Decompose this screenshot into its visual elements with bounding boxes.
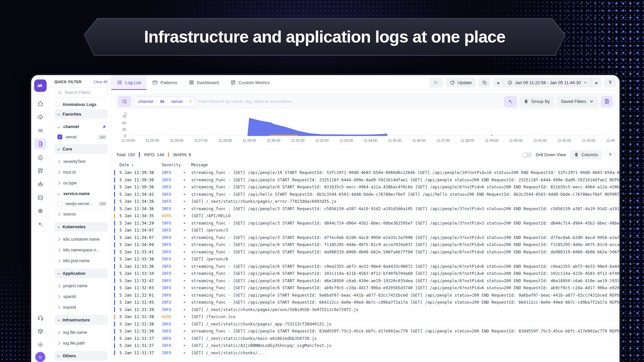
- filter-attribute-k8s-namespace-n-[interactable]: k8s.namespace.n...: [54, 245, 108, 255]
- expand-row-icon[interactable]: ▶: [184, 215, 191, 217]
- log-row[interactable]: 5 Jan 11:34:29INFO▶streaming_func - [GET…: [111, 220, 620, 227]
- filter-attribute-os-type[interactable]: os.type: [54, 178, 108, 188]
- filter-attribute-spanid[interactable]: spanId: [54, 291, 108, 302]
- time-range-next[interactable]: »: [591, 77, 601, 87]
- filter-chip-channel[interactable]: channel IN vercel ×: [134, 96, 195, 107]
- log-row[interactable]: 5 Jan 11:31:39INFO▶[GET] /_next/static/c…: [111, 306, 620, 314]
- log-row[interactable]: 5 Jan 11:33:41INFO▶streaming_func - [GET…: [111, 249, 620, 256]
- time-range-picker[interactable]: Jan 05 11:22:58 - Jan 05 11:44:30: [503, 77, 591, 87]
- header-message[interactable]: Message: [191, 163, 620, 167]
- cpu-chip-icon[interactable]: [34, 205, 46, 217]
- log-row[interactable]: 5 Jan 11:34:35WARN▶[GET] /API/HELLO: [111, 213, 620, 220]
- ai-bot-icon[interactable]: [34, 179, 46, 190]
- header-severity[interactable]: Severity: [162, 163, 184, 167]
- checkbox[interactable]: ✓: [57, 134, 62, 139]
- drill-down-toggle[interactable]: [522, 152, 532, 158]
- log-row[interactable]: 5 Jan 11:31:38INFO▶[GET] /_next/static/c…: [111, 321, 620, 328]
- expand-row-icon[interactable]: ▶: [184, 315, 191, 318]
- expand-row-icon[interactable]: ▶: [184, 308, 191, 311]
- package-plus-icon[interactable]: [34, 326, 46, 337]
- expand-row-icon[interactable]: ▶: [184, 344, 191, 347]
- filter-attribute-project-name[interactable]: project.name: [54, 281, 108, 291]
- search-filters-input[interactable]: [64, 90, 104, 95]
- help-button[interactable]: ?: [606, 150, 615, 159]
- filter-group-infrastructure[interactable]: Infrastructure: [54, 315, 108, 325]
- log-row[interactable]: 5 Jan 11:33:34INFO▶streaming_func - [GET…: [111, 270, 620, 278]
- log-row[interactable]: 5 Jan 11:39:36INFO▶streaming_func - [GET…: [111, 177, 620, 184]
- expand-row-icon[interactable]: ▶: [184, 258, 191, 260]
- anomalous-logs-row[interactable]: Anomalous Logs: [54, 102, 108, 107]
- logs-file-icon[interactable]: [34, 138, 46, 149]
- update-button[interactable]: Update: [446, 77, 476, 87]
- tab-patterns[interactable]: Patterns: [147, 75, 183, 90]
- log-row[interactable]: 5 Jan 11:31:45INFO▶streaming_func - [GET…: [111, 299, 620, 306]
- filter-value-nextjs-vercel-[interactable]: nextjs-vercel...150: [54, 199, 108, 209]
- filter-attribute-channel[interactable]: channel: [54, 121, 108, 132]
- expand-row-icon[interactable]: ▶: [184, 330, 191, 333]
- log-row[interactable]: 5 Jan 11:32:03INFO▶streaming_func - [GET…: [111, 285, 620, 292]
- filter-attribute-severitytext[interactable]: severityText: [54, 156, 108, 167]
- dashboards-grid-icon[interactable]: [34, 165, 46, 176]
- filter-search-box[interactable]: [54, 87, 108, 98]
- expand-row-icon[interactable]: ▶: [184, 186, 191, 188]
- tab-custom-metrics[interactable]: Custom Metrics: [225, 75, 276, 90]
- expand-row-icon[interactable]: ▶: [184, 222, 191, 225]
- log-row[interactable]: 5 Jan 11:33:36INFO▶streaming_func - [GET…: [111, 263, 620, 270]
- pin-icon[interactable]: [102, 125, 106, 129]
- log-row[interactable]: 5 Jan 11:31:37INFO▶[GET] /_next/static/c…: [111, 335, 620, 343]
- filter-group-favorites[interactable]: Favorites: [54, 109, 108, 119]
- expand-row-icon[interactable]: ▶: [184, 280, 191, 282]
- expand-row-icon[interactable]: ▶: [184, 251, 191, 253]
- api-monitoring-icon[interactable]: [34, 192, 46, 203]
- home-icon[interactable]: [34, 98, 46, 109]
- log-row[interactable]: 5 Jan 11:34:07INFO▶[GET] /person/3: [111, 227, 620, 234]
- filter-attribute-log-file-path[interactable]: log.file.path: [54, 338, 108, 349]
- expand-row-icon[interactable]: ▶: [184, 294, 191, 297]
- collapse-filters-button[interactable]: ‹: [107, 79, 111, 87]
- expand-row-icon[interactable]: ▶: [184, 265, 191, 268]
- support-headset-icon[interactable]: [34, 312, 46, 323]
- time-range-prev[interactable]: «: [493, 77, 503, 87]
- expand-row-icon[interactable]: ▶: [184, 171, 191, 174]
- log-row[interactable]: 5 Jan 11:39:36INFO▶streaming_func - [GET…: [111, 184, 620, 191]
- header-date[interactable]: Date ↓: [119, 163, 162, 167]
- expand-row-icon[interactable]: ▶: [184, 287, 191, 289]
- expand-row-icon[interactable]: ▶: [184, 243, 191, 246]
- filter-attribute-k8s-container-name[interactable]: k8s.container.name: [54, 234, 108, 245]
- signoz-logo[interactable]: [34, 79, 47, 92]
- tab-log-list[interactable]: Log List: [111, 75, 147, 90]
- save-view-button[interactable]: [601, 96, 612, 107]
- expand-row-icon[interactable]: ▶: [184, 323, 191, 325]
- log-row[interactable]: 5 Jan 11:39:38INFO▶streaming_func - [GET…: [111, 169, 620, 177]
- columns-button[interactable]: Columns: [570, 150, 602, 160]
- expand-row-icon[interactable]: ▶: [184, 229, 191, 232]
- expand-row-icon[interactable]: ▶: [184, 179, 191, 181]
- settings-gear-icon[interactable]: [34, 339, 46, 350]
- filter-attribute-traceid[interactable]: traceId: [54, 302, 108, 313]
- tab-dashboard[interactable]: Dashboard: [183, 75, 225, 90]
- ai-sparkles-button[interactable]: [504, 96, 517, 107]
- user-avatar[interactable]: [35, 352, 45, 362]
- expand-row-icon[interactable]: ▶: [184, 200, 191, 203]
- expand-row-icon[interactable]: ▶: [184, 207, 191, 210]
- log-row[interactable]: 5 Jan 11:34:36INFO▶streaming_func - [GET…: [111, 205, 620, 213]
- log-row[interactable]: 5 Jan 11:31:38INFO▶streaming_func - [GET…: [111, 328, 620, 335]
- pipelines-icon[interactable]: [34, 125, 46, 136]
- logs-histogram[interactable]: 025507511:24:0011:25:0011:26:0011:27:001…: [115, 112, 615, 146]
- log-row[interactable]: 5 Jan 11:32:01INFO▶streaming_func - [GET…: [111, 292, 620, 299]
- export-button[interactable]: [604, 77, 616, 87]
- clear-all-link[interactable]: Clear All: [93, 80, 108, 84]
- services-cloud-icon[interactable]: [34, 112, 46, 123]
- live-play-button[interactable]: [429, 77, 443, 87]
- expand-row-icon[interactable]: ▶: [184, 193, 191, 196]
- filter-attribute-host-id[interactable]: host.id: [54, 167, 108, 178]
- expand-row-icon[interactable]: ▶: [184, 301, 191, 304]
- filter-group-kubernetes[interactable]: Kubernetes: [54, 222, 108, 232]
- log-row[interactable]: 5 Jan 11:31:37INFO▶[GET] /_next/static/A…: [111, 342, 620, 350]
- copy-button[interactable]: [478, 77, 490, 87]
- log-row[interactable]: 5 Jan 11:31:38WARN▶[GET] /favicon.ico: [111, 313, 620, 321]
- filter-group-core[interactable]: Core: [54, 144, 108, 154]
- chip-close-icon[interactable]: ×: [186, 99, 195, 104]
- filter-attribute-k8s-pod-name[interactable]: k8s.pod.name: [54, 255, 108, 266]
- log-row[interactable]: 5 Jan 11:31:37INFO▶[GET] /_next/static/c…: [111, 350, 620, 357]
